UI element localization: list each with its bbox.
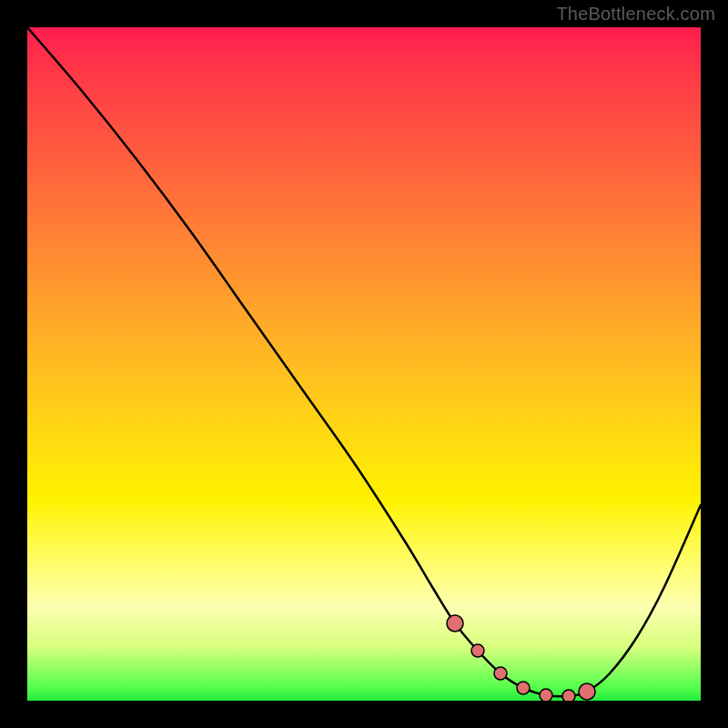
chart-svg xyxy=(27,27,701,701)
marker-dot xyxy=(562,690,575,701)
marker-dot xyxy=(579,683,595,700)
marker-dot xyxy=(447,615,463,632)
plot-area xyxy=(27,27,701,701)
bottleneck-curve xyxy=(27,27,701,696)
marker-dot xyxy=(471,644,484,657)
marker-dot xyxy=(540,689,552,701)
chart-frame: TheBottleneck.com xyxy=(0,0,728,728)
marker-dot xyxy=(494,667,507,680)
marker-dot xyxy=(517,682,530,694)
markers-group xyxy=(447,615,595,701)
watermark-text: TheBottleneck.com xyxy=(556,4,715,25)
